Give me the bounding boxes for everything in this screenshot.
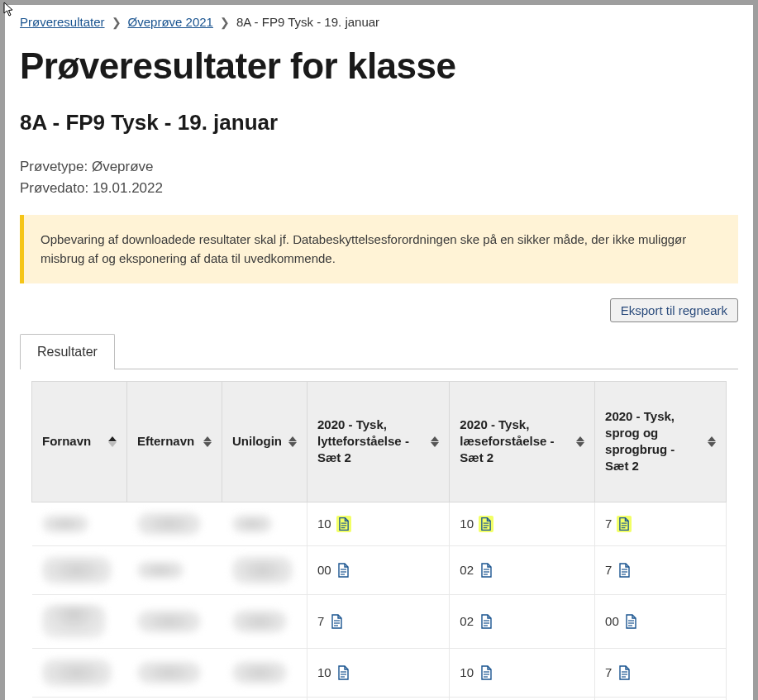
document-icon[interactable] (479, 664, 493, 681)
th-score-1[interactable]: 2020 - Tysk, lytteforståelse - Sæt 2 (307, 381, 450, 502)
cursor-pointer (3, 2, 15, 21)
page-subtitle: 8A - FP9 Tysk - 19. januar (20, 110, 738, 136)
cell-score-2: 02 (450, 594, 595, 648)
cell-score-2: 02 (450, 545, 595, 594)
document-icon[interactable] (479, 562, 493, 579)
chevron-right-icon: ❯ (220, 16, 230, 29)
table-row: 00027 (32, 545, 727, 594)
page-title: Prøveresultater for klasse (20, 45, 738, 87)
cell-efternavn (127, 648, 222, 697)
breadcrumb-link-test[interactable]: Øveprøve 2021 (128, 15, 213, 29)
breadcrumb-link-results[interactable]: Prøveresultater (20, 15, 105, 29)
document-icon[interactable] (617, 664, 632, 681)
cell-score-3: 7 (595, 697, 727, 700)
cell-efternavn (127, 594, 222, 648)
cell-score-1: 00 (307, 545, 450, 594)
cell-score-1: 7 (307, 594, 450, 648)
cell-score-1: 12 (307, 697, 450, 700)
cell-unilogin (222, 594, 307, 648)
cell-score-3: 7 (595, 545, 727, 594)
cell-score-2: 10 (450, 648, 595, 697)
cell-fornavn (32, 502, 127, 545)
document-icon[interactable] (336, 562, 351, 579)
cell-fornavn (32, 648, 127, 697)
document-icon[interactable] (617, 516, 632, 532)
th-fornavn[interactable]: Fornavn (32, 381, 127, 502)
cell-efternavn (127, 502, 222, 545)
tab-results[interactable]: Resultater (20, 334, 115, 369)
table-row: 12107 (32, 697, 727, 700)
th-score-3[interactable]: 2020 - Tysk, sprog og sprogbrug - Sæt 2 (595, 381, 727, 502)
document-icon[interactable] (479, 516, 493, 532)
cell-unilogin (222, 648, 307, 697)
breadcrumb-current: 8A - FP9 Tysk - 19. januar (236, 15, 379, 29)
cell-fornavn (32, 545, 127, 594)
cell-unilogin (222, 697, 307, 700)
cell-fornavn (32, 697, 127, 700)
table-row: 10107 (32, 502, 727, 545)
cell-fornavn (32, 594, 127, 648)
document-icon[interactable] (329, 613, 344, 630)
sort-icon (288, 436, 297, 447)
chevron-right-icon: ❯ (112, 16, 122, 29)
cell-score-1: 10 (307, 502, 450, 545)
table-row: 70200 (32, 594, 727, 648)
meta-test-date: Prøvedato: 19.01.2022 (20, 180, 738, 197)
cell-unilogin (222, 545, 307, 594)
sort-icon (576, 436, 584, 447)
cell-score-3: 7 (595, 648, 727, 697)
sort-icon (108, 436, 117, 447)
cell-score-2: 10 (450, 697, 595, 700)
cell-score-3: 7 (595, 502, 727, 545)
document-icon[interactable] (624, 613, 639, 630)
gdpr-alert: Opbevaring af downloadede resultater ska… (20, 215, 738, 283)
document-icon[interactable] (336, 664, 351, 681)
export-button[interactable]: Eksport til regneark (610, 298, 738, 322)
document-icon[interactable] (336, 516, 351, 532)
document-icon[interactable] (479, 613, 493, 630)
cell-efternavn (127, 697, 222, 700)
results-table: Fornavn Efternavn (31, 381, 727, 701)
sort-icon (708, 436, 716, 447)
cell-score-3: 00 (595, 594, 727, 648)
th-unilogin[interactable]: Unilogin (222, 381, 307, 502)
meta-test-type: Prøvetype: Øveprøve (20, 159, 738, 175)
cell-efternavn (127, 545, 222, 594)
breadcrumb: Prøveresultater ❯ Øveprøve 2021 ❯ 8A - F… (20, 15, 738, 29)
cell-score-1: 10 (307, 648, 450, 697)
th-efternavn[interactable]: Efternavn (127, 381, 222, 502)
sort-icon (203, 436, 212, 447)
cell-score-2: 10 (450, 502, 595, 545)
document-icon[interactable] (617, 562, 632, 579)
th-score-2[interactable]: 2020 - Tysk, læseforståelse - Sæt 2 (450, 381, 595, 502)
cell-unilogin (222, 502, 307, 545)
table-row: 10107 (32, 648, 727, 697)
sort-icon (431, 436, 439, 447)
